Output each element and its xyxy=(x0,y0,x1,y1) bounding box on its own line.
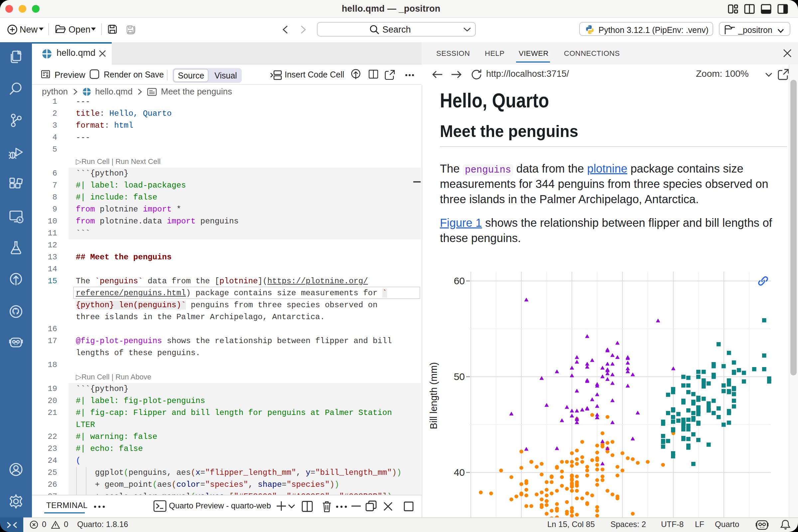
svg-text:40: 40 xyxy=(454,467,465,478)
svg-text:60: 60 xyxy=(454,275,465,286)
svg-text:Bill length (mm): Bill length (mm) xyxy=(428,362,439,429)
svg-text:50: 50 xyxy=(454,371,465,382)
